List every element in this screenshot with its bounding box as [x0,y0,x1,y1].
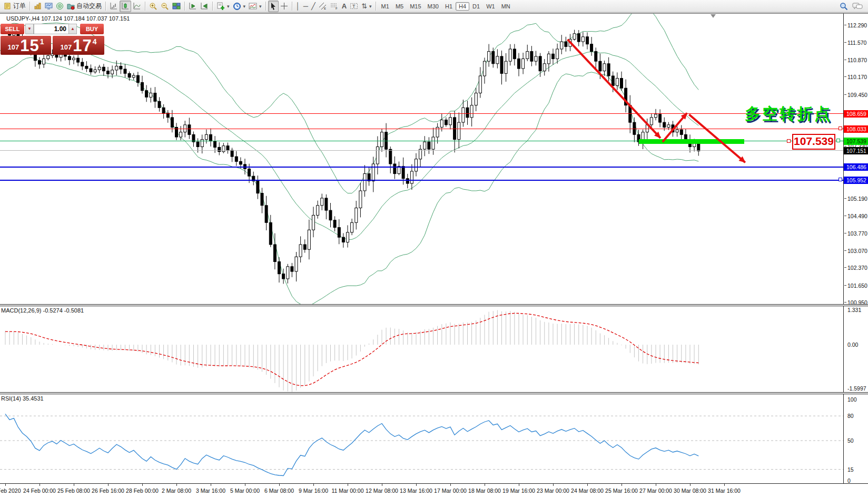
price-label-108.033: 108.033 [844,125,868,133]
turning-point-annotation[interactable]: 多空转折点 [745,103,832,125]
periods-button[interactable]: ▾ [231,1,248,12]
timeframe-M5[interactable]: M5 [392,2,407,11]
rsi-line [5,414,698,475]
separator [265,2,266,11]
dropdown-caret[interactable]: ▾ [259,4,262,9]
chart-shift-button[interactable] [199,1,210,12]
time-axis[interactable]: 21 Feb 202024 Feb 00:0025 Feb 08:0026 Fe… [0,484,868,497]
new-order-button[interactable]: 订单 [2,1,27,12]
dropdown-caret[interactable]: ▾ [369,4,372,9]
buy-price-pips: 17 [73,37,92,54]
time-tick [553,484,554,486]
time-tick [622,484,622,486]
sell-price-display[interactable]: 107151 [1,36,51,55]
pane-separator-rsi[interactable] [0,392,868,394]
horizontal-line-105.952[interactable] [0,180,844,181]
volume-decrease-button[interactable]: ▼ [25,24,34,34]
support-band[interactable] [639,139,745,144]
time-label: 24 Mar 08:00 [571,488,604,494]
timeframe-H4[interactable]: H4 [456,2,469,11]
time-tick [348,484,348,486]
autotrade-button[interactable]: 自动交易 [65,1,103,12]
crosshair-tool-button[interactable] [279,1,290,12]
separator [29,2,30,11]
horizontal-line-106.486[interactable] [0,167,844,168]
search-icon[interactable] [840,2,848,11]
zoom-out-button[interactable] [159,1,171,12]
profile-button[interactable] [43,1,54,12]
bar-chart-mode-button[interactable] [108,1,120,12]
sell-button[interactable]: SELL [1,24,24,34]
macd-pane[interactable] [0,306,844,392]
zoom-in-button[interactable] [147,1,159,12]
price-tick-102.370: 102.370 [844,265,868,271]
timeframe-M1[interactable]: M1 [378,2,392,11]
price-tick-100.950: 100.950 [844,299,868,306]
trendline-tool-button[interactable]: ╱ [310,1,317,12]
separator [145,2,145,11]
cursor-tool-button[interactable] [268,1,279,12]
auto-scroll-button[interactable] [187,1,199,12]
rsi-axis-50: 50 [847,437,854,444]
time-label: 26 Feb 16:00 [92,488,124,494]
time-label: 31 Mar 16:00 [708,488,741,494]
rsi-pane[interactable] [0,394,844,483]
charts-button[interactable] [32,1,43,12]
price-tick-110.870: 110.870 [844,57,868,63]
tile-windows-button[interactable] [171,1,182,12]
main-chart-pane[interactable] [0,13,844,304]
timeframe-D1[interactable]: D1 [469,2,483,11]
timeframe-W1[interactable]: W1 [483,2,498,11]
arrows-icon: ⇅ [361,3,367,9]
horizontal-line-107.151[interactable] [0,150,844,151]
horizontal-line-108.659[interactable] [0,113,844,114]
price-tick-111.570: 111.570 [844,40,868,46]
timeframe-M15[interactable]: M15 [407,2,424,11]
time-tick [519,484,519,486]
candlestick-mode-button[interactable] [120,1,131,12]
clock-icon [233,2,241,11]
channel-tool-button[interactable]: E [317,1,329,12]
indicators-icon [216,2,225,11]
buy-button[interactable]: BUY [80,24,104,34]
label-icon: T [350,2,358,10]
price-callout[interactable]: 107.539 [792,134,835,150]
chat-icon[interactable] [852,2,863,11]
line-handle[interactable] [839,178,842,181]
bollinger-bands [0,13,698,304]
time-label: 13 Mar 16:00 [400,488,432,494]
autotrade-label: 自动交易 [76,2,102,11]
autotrade-icon [67,2,75,10]
buy-price-display[interactable]: 107174 [53,36,104,55]
trendline-icon: ╱ [311,3,315,9]
fibonacci-tool-button[interactable]: F [329,1,340,12]
line-handle[interactable] [787,139,791,143]
line-handle[interactable] [836,139,840,142]
text-tool-button[interactable]: A [340,1,348,12]
horizontal-line-108.033[interactable] [0,129,844,129]
signal-button[interactable] [54,1,65,12]
arrows-tool-button[interactable]: ⇅▾ [360,1,373,12]
line-chart-mode-button[interactable] [131,1,143,12]
templates-button[interactable]: ▾ [247,1,263,12]
pane-separator-macd[interactable] [0,304,868,306]
macd-axis-1.331: 1.331 [847,307,861,313]
volume-input[interactable]: 1.00 [34,24,69,34]
horizontal-line-tool-button[interactable]: ─ [302,1,310,12]
label-tool-button[interactable]: T [348,1,360,12]
vertical-line-tool-button[interactable]: │ [294,1,302,12]
volume-increase-button[interactable]: ▲ [68,24,77,34]
line-handle[interactable] [839,126,842,130]
chart-shift-marker[interactable] [711,14,716,18]
macd-axis--1.5997: -1.5997 [847,385,866,392]
time-label: 5 Mar 00:00 [230,488,260,494]
toolbar-right [840,2,866,11]
timeframe-H1[interactable]: H1 [442,2,456,11]
timeframe-M30[interactable]: M30 [425,2,442,11]
macd-label: MACD(12,26,9) -0.5274 -0.5081 [1,307,84,314]
rsi-axis-0: 0 [847,477,851,484]
dropdown-caret[interactable]: ▾ [227,4,230,9]
timeframe-MN[interactable]: MN [498,2,514,11]
dropdown-caret[interactable]: ▾ [243,4,246,9]
indicators-button[interactable]: ▾ [215,1,231,12]
